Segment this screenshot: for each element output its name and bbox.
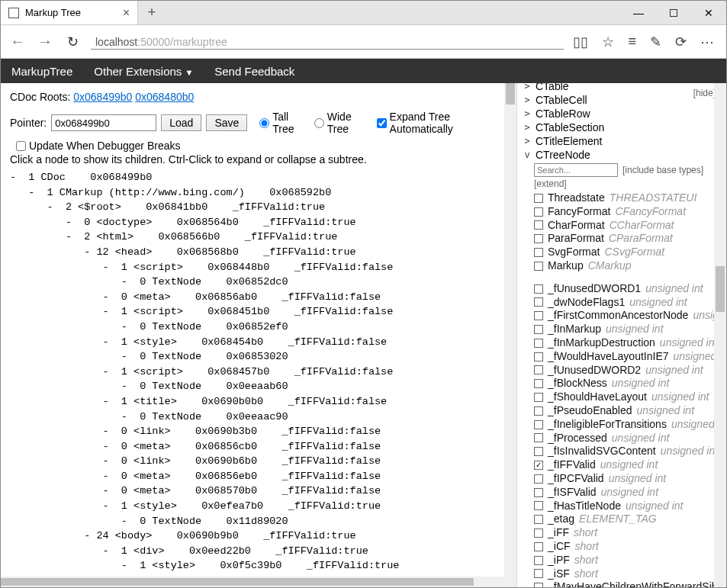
property-checkbox[interactable] [534, 248, 543, 257]
tree-node[interactable]: - 0 <meta> 0x068570b0 _fIFFValid:false [10, 484, 507, 499]
property-checkbox[interactable] [534, 542, 543, 551]
tree-node[interactable]: - 1 <style> 0x0f5c39b0 _fIFFValid:true [10, 558, 507, 574]
hide-link[interactable]: [hide] [693, 88, 716, 98]
tree-node[interactable]: - 0 <meta> 0x06856eb0 _fIFFValid:false [10, 469, 507, 484]
chevron-right-icon[interactable]: > [523, 134, 531, 148]
markup-tree[interactable]: - 1 CDoc 0x068499b0 - 1 CMarkup (http://… [10, 170, 507, 574]
property-item[interactable]: _fProcessedunsigned int [534, 432, 722, 445]
property-item[interactable]: _fFirstCommonAncestorNodeunsig... [534, 309, 722, 323]
property-checkbox[interactable] [534, 569, 543, 578]
close-window-button[interactable]: ✕ [691, 1, 726, 24]
tree-node[interactable]: - 1 <script> 0x068457b0 _fIFFValid:false [10, 365, 507, 380]
property-checkbox[interactable] [534, 284, 543, 294]
property-item[interactable]: _fWouldHaveLayoutInIE7unsigned int [534, 350, 722, 364]
property-item[interactable]: _fIsInvalidSVGContentunsigned int [534, 445, 722, 458]
property-checkbox[interactable] [534, 406, 543, 416]
tree-node[interactable]: - 0 <meta> 0x06856ab0 _fIFFValid:false [10, 290, 507, 305]
tree-node[interactable]: - 0 <meta> 0x06856cb0 _fIFFValid:false [10, 439, 507, 455]
tree-node[interactable]: - 0 <doctype> 0x068564b0 _fIFFValid:true [10, 215, 507, 230]
reading-view-icon[interactable]: ▯▯ [573, 34, 588, 50]
update-break-checkbox[interactable]: Update When Debugger Breaks [16, 140, 180, 152]
property-checkbox[interactable] [534, 461, 543, 470]
property-checkbox[interactable] [534, 529, 543, 538]
extend-link[interactable]: [extend] [534, 178, 726, 189]
property-item[interactable]: CharFormatCCharFormat [534, 219, 722, 233]
load-button[interactable]: Load [161, 114, 201, 131]
back-button[interactable]: ← [8, 33, 27, 50]
tree-node[interactable]: - 0 TextNode 0x0eeaab60 [10, 379, 507, 394]
menu-send-feedback[interactable]: Send Feedback [214, 65, 294, 78]
tree-node[interactable]: - 1 <style> 0x068454b0 _fIFFValid:false [10, 335, 507, 350]
property-item[interactable]: _fInMarkupDestructionunsigned int [534, 336, 722, 350]
property-checkbox[interactable] [534, 262, 543, 271]
pointer-input[interactable] [51, 114, 156, 131]
notes-icon[interactable]: ✎ [650, 34, 661, 50]
chevron-right-icon[interactable]: > [523, 107, 531, 120]
save-button[interactable]: Save [206, 114, 247, 131]
property-checkbox[interactable] [534, 556, 543, 565]
tree-node[interactable]: - 0 TextNode 0x06852ef0 [10, 320, 507, 335]
property-checkbox[interactable] [534, 447, 543, 456]
more-icon[interactable]: ⋯ [700, 34, 714, 50]
tree-node[interactable]: - 1 <title> 0x0690b0b0 _fIFFValid:false [10, 394, 507, 410]
type-item[interactable]: >CTableCell [523, 93, 720, 107]
property-checkbox[interactable] [534, 297, 543, 307]
property-checkbox[interactable] [534, 515, 543, 524]
tree-node[interactable]: - 2 <$root> 0x06841bb0 _fIFFValid:true [10, 200, 507, 215]
property-item[interactable]: ParaFormatCParaFormat [534, 232, 722, 246]
address-bar[interactable]: localhost:50000/markuptree [91, 34, 564, 50]
reload-button[interactable]: ↻ [63, 34, 82, 50]
tree-node[interactable]: - 1 <script> 0x068451b0 _fIFFValid:false [10, 304, 507, 320]
wide-tree-radio[interactable]: Wide Tree [314, 111, 372, 135]
type-item[interactable]: >CTableSection [523, 120, 720, 134]
property-item[interactable]: FancyFormatCFancyFormat [534, 205, 722, 219]
property-item[interactable]: _fPseudoEnabledunsigned int [534, 404, 722, 418]
new-tab-button[interactable]: + [138, 1, 166, 24]
chevron-down-icon[interactable]: v [523, 148, 531, 162]
property-checkbox[interactable] [534, 433, 543, 442]
property-checkbox[interactable] [534, 220, 543, 230]
tab-close-icon[interactable]: × [123, 6, 130, 20]
property-checkbox[interactable] [534, 194, 543, 203]
property-search-input[interactable] [534, 163, 618, 177]
menu-markuptree[interactable]: MarkupTree [11, 65, 72, 78]
tree-node[interactable]: - 0 TextNode 0x11d89020 [10, 514, 507, 529]
property-item[interactable]: _iPFshort [534, 554, 722, 567]
forward-button[interactable]: → [36, 33, 54, 50]
property-item[interactable]: _fIneligibleForTransitionsunsigned int [534, 418, 722, 432]
browser-tab[interactable]: Markup Tree × [1, 1, 138, 24]
property-item[interactable]: MarkupCMarkup [534, 259, 722, 273]
property-checkbox[interactable] [534, 501, 543, 510]
property-item[interactable]: _iCFshort [534, 540, 722, 554]
property-checkbox[interactable] [534, 488, 543, 497]
cdoc-root-link-1[interactable]: 0x068499b0 [73, 91, 132, 103]
property-item[interactable]: ThreadstateTHREADSTATEUI [534, 191, 722, 205]
tree-node[interactable]: - 0 TextNode 0x06852dc0 [10, 275, 507, 290]
tree-node[interactable]: - 0 <link> 0x0690b6b0 _fIFFValid:false [10, 454, 507, 469]
property-checkbox[interactable] [534, 420, 543, 429]
type-item[interactable]: >CTable [523, 83, 720, 93]
property-item[interactable]: _fUnusedDWORD2unsigned int [534, 364, 722, 378]
property-item[interactable]: _etagELEMENT_TAG [534, 512, 722, 526]
tree-node[interactable]: - 0 TextNode 0x06853020 [10, 349, 507, 365]
property-item[interactable]: _iSFshort [534, 567, 722, 581]
type-item[interactable]: >CTitleElement [523, 134, 720, 148]
tree-node[interactable]: - 0 TextNode 0x0eeaac90 [10, 410, 507, 425]
include-base-link[interactable]: [include base types] [622, 165, 703, 175]
property-checkbox[interactable] [534, 339, 543, 348]
cdoc-root-link-2[interactable]: 0x068480b0 [135, 91, 194, 103]
tree-node[interactable]: - 1 <style> 0x0efea7b0 _fIFFValid:true [10, 499, 507, 514]
minimize-button[interactable]: — [621, 1, 656, 24]
property-item[interactable]: _fUnusedDWORD1unsigned int [534, 282, 722, 296]
property-checkbox[interactable] [534, 352, 543, 361]
property-item[interactable]: _fInMarkupunsigned int [534, 323, 722, 336]
property-checkbox[interactable] [534, 207, 543, 217]
left-vscrollbar[interactable] [504, 83, 516, 587]
property-checkbox[interactable] [534, 365, 543, 374]
property-item[interactable]: _dwNodeFlags1unsigned int [534, 296, 722, 310]
property-item[interactable]: _fMayHaveChildrenWithForwardSibl... [534, 580, 722, 587]
type-item[interactable]: >CTableRow [523, 107, 720, 120]
tree-node[interactable]: - 1 CDoc 0x068499b0 [10, 170, 507, 185]
tree-node[interactable]: - 1 CMarkup (http://www.bing.com/) 0x068… [10, 185, 507, 201]
property-item[interactable]: SvgFormatCSvgFormat [534, 246, 722, 259]
